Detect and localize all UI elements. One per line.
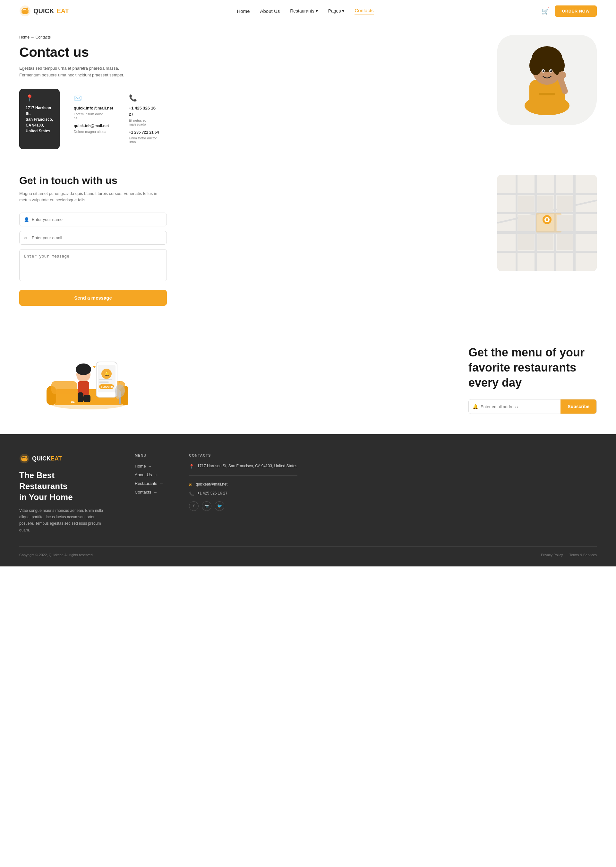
location-pin-icon: 📍 xyxy=(189,464,194,469)
email1-sub: Lorem ipsum dolor sit. xyxy=(74,112,108,120)
svg-rect-36 xyxy=(557,234,573,250)
logo[interactable]: QUICKEAT xyxy=(19,5,69,17)
footer-menu-about[interactable]: About Us → xyxy=(135,472,163,477)
email2: quick.teh@mail.net xyxy=(74,123,108,129)
email1: quick.info@mail.net xyxy=(74,105,108,112)
social-icons: f 📷 🐦 xyxy=(189,501,297,511)
subscribe-svg: QE 🔔 SUBSCRIBE ♥ ♥ xyxy=(19,344,128,415)
logo-quick: QUICK xyxy=(33,7,54,15)
subscribe-right: Get the menu of your favorite restaurant… xyxy=(468,345,597,414)
svg-rect-49 xyxy=(78,393,83,402)
nav-right: 🛒 ORDER NOW xyxy=(542,5,597,17)
svg-point-9 xyxy=(530,56,542,75)
list-item: Home → xyxy=(135,464,163,468)
footer-menu-contacts[interactable]: Contacts → xyxy=(135,490,163,495)
svg-rect-33 xyxy=(557,215,573,231)
nav-contacts[interactable]: Contacts xyxy=(355,8,374,14)
breadcrumb-current: Contacts xyxy=(36,35,51,39)
email-icon: ✉️ xyxy=(74,94,108,102)
phone-icon: 📞 xyxy=(129,94,160,102)
svg-rect-44 xyxy=(51,381,77,394)
privacy-link[interactable]: Privacy Policy xyxy=(541,553,563,557)
email-card: ✉️ quick.info@mail.net Lorem ipsum dolor… xyxy=(68,89,115,149)
order-now-button[interactable]: ORDER NOW xyxy=(555,5,597,17)
cart-icon[interactable]: 🛒 xyxy=(542,7,550,15)
hero-illustration xyxy=(497,35,597,125)
svg-rect-17 xyxy=(539,93,555,95)
svg-point-39 xyxy=(546,218,548,221)
instagram-icon[interactable]: 📷 xyxy=(202,501,211,511)
svg-point-16 xyxy=(558,71,566,79)
get-in-touch-title: Get in touch with us xyxy=(19,175,167,186)
footer-menu-restaurants[interactable]: Restaurants → xyxy=(135,481,163,486)
facebook-icon[interactable]: f xyxy=(189,501,199,511)
svg-text:QE: QE xyxy=(71,400,75,403)
footer-menu: MENU Home → About Us → Restaurant xyxy=(135,453,163,533)
breadcrumb-home[interactable]: Home xyxy=(19,35,30,39)
address-line3: CA 94103, xyxy=(26,122,53,128)
page-title: Contact us xyxy=(19,45,167,60)
svg-point-68 xyxy=(25,456,27,457)
svg-rect-30 xyxy=(537,195,553,211)
nav-about[interactable]: About Us xyxy=(260,8,280,14)
svg-text:🔔: 🔔 xyxy=(104,371,110,377)
footer-phone: 📞 +1 425 326 16 27 xyxy=(189,491,297,496)
nav-links: Home About Us Restaurants ▾ Pages ▾ Cont… xyxy=(237,8,374,14)
svg-rect-59 xyxy=(99,379,112,380)
send-message-button[interactable]: Send a message xyxy=(19,290,167,306)
get-in-touch-section: Get in touch with us Magna sit amet puru… xyxy=(0,162,616,325)
phone2: +1 235 721 21 64 xyxy=(129,129,160,135)
nav-pages[interactable]: Pages ▾ xyxy=(328,8,344,14)
logo-eat: EAT xyxy=(57,7,69,15)
footer-menu-home[interactable]: Home → xyxy=(135,464,163,468)
divider xyxy=(189,475,297,476)
chevron-down-icon: ▾ xyxy=(316,8,318,14)
subscribe-illustration: QE 🔔 SUBSCRIBE ♥ ♥ xyxy=(19,344,128,415)
phone-icon: 📞 xyxy=(189,491,194,496)
footer-logo: QUICKEAT xyxy=(19,453,109,464)
phone1-sub: Et netus et malesuada xyxy=(129,118,160,126)
nav-home[interactable]: Home xyxy=(237,8,250,14)
footer-desc: Vitae congue mauris rhoncus aenean. Enim… xyxy=(19,508,109,534)
arrow-icon: → xyxy=(148,464,152,468)
twitter-icon[interactable]: 🐦 xyxy=(215,501,224,511)
email2-sub: Dolore magna aliqua xyxy=(74,130,108,134)
footer-top: QUICKEAT The Best Restaurants in Your Ho… xyxy=(19,453,597,533)
contact-hero-right xyxy=(497,35,597,125)
breadcrumb: Home → Contacts xyxy=(19,35,167,39)
email-input[interactable] xyxy=(19,231,167,245)
list-item: Contacts → xyxy=(135,490,163,495)
subscribe-button[interactable]: Subscribe xyxy=(561,399,596,414)
message-input[interactable] xyxy=(19,249,167,281)
svg-rect-50 xyxy=(83,395,91,402)
terms-link[interactable]: Terms & Services xyxy=(569,553,597,557)
address-line1: 1717 Harrison St, xyxy=(26,105,53,117)
name-input[interactable] xyxy=(19,213,167,226)
subscribe-email-input[interactable] xyxy=(481,400,557,414)
name-field-group: 👤 xyxy=(19,213,167,226)
svg-point-67 xyxy=(21,458,28,462)
svg-rect-32 xyxy=(518,215,534,231)
svg-point-47 xyxy=(76,364,91,375)
envelope-icon: ✉ xyxy=(24,235,28,241)
map-container-wrapper xyxy=(497,175,597,306)
address-card: 📍 1717 Harrison St, San Francisco, CA 94… xyxy=(19,89,60,149)
svg-rect-34 xyxy=(518,234,534,250)
nav-restaurants[interactable]: Restaurants ▾ xyxy=(290,8,317,14)
svg-point-13 xyxy=(542,70,544,72)
footer-menu-title: MENU xyxy=(135,453,163,457)
hero-image xyxy=(497,35,597,125)
chevron-down-icon: ▾ xyxy=(342,8,344,14)
get-in-touch-desc: Magna sit amet purus gravida quis blandi… xyxy=(19,191,167,204)
logo-icon xyxy=(19,5,31,17)
map xyxy=(497,175,597,271)
subscribe-title: Get the menu of your favorite restaurant… xyxy=(468,345,597,390)
svg-rect-29 xyxy=(518,195,534,211)
footer-contacts-title: CONTACTS xyxy=(189,453,297,457)
svg-point-14 xyxy=(550,70,552,72)
phone-card: 📞 +1 425 326 16 27 Et netus et malesuada… xyxy=(123,89,167,149)
footer-bottom: Copyright © 2022, Quickeat. All rights r… xyxy=(19,546,597,557)
address-line2: San Francisco, xyxy=(26,117,53,122)
arrow-icon: → xyxy=(159,481,163,486)
footer-logo-icon xyxy=(19,453,30,464)
